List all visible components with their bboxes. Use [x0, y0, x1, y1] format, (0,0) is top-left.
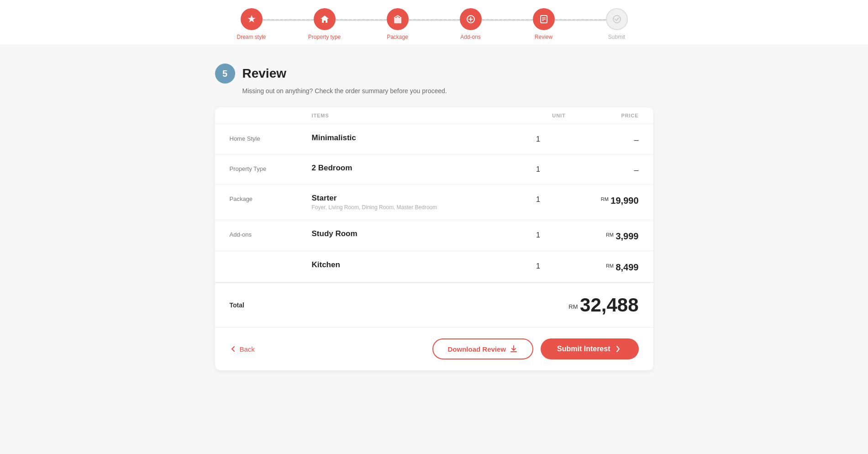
col-category: [230, 113, 312, 118]
stepper-label-dream-style: Dream style: [237, 34, 266, 40]
price-dash-property-type: –: [634, 165, 638, 174]
row-unit-package: 1: [511, 194, 566, 204]
stepper-circle-package: [387, 8, 409, 30]
stepper-review[interactable]: Review: [507, 8, 580, 40]
action-right: Download Review Submit Interest: [432, 338, 639, 359]
col-price: PRICE: [566, 113, 639, 118]
row-item-name: Study Room: [312, 229, 511, 238]
download-review-button[interactable]: Download Review: [432, 338, 534, 359]
page-title: Review: [242, 66, 287, 81]
price-value-study-room: 3,999: [615, 231, 638, 241]
stepper: Dream style Property type Package A: [0, 0, 868, 45]
stepper-property-type[interactable]: Property type: [288, 8, 361, 40]
stepper-package[interactable]: Package: [361, 8, 434, 40]
stepper-addons[interactable]: Add-ons: [434, 8, 507, 40]
row-unit-study-room: 1: [511, 229, 566, 239]
row-price-home-style: –: [566, 133, 639, 145]
row-unit-home-style: 1: [511, 133, 566, 143]
row-category-package: Package: [230, 194, 312, 202]
row-price-study-room: RM 3,999: [566, 229, 639, 242]
step-number: 5: [215, 63, 235, 84]
price-rm-kitchen: RM: [606, 263, 614, 269]
review-card: ITEMS UNIT PRICE Home Style Minimalistic…: [215, 107, 653, 370]
row-item-study-room: Study Room: [312, 229, 511, 238]
chevron-right-icon: [614, 345, 622, 353]
table-row: Add-ons Study Room 1 RM 3,999: [215, 220, 653, 251]
row-item-name: 2 Bedroom: [312, 164, 511, 173]
row-item-property-type: 2 Bedroom: [312, 164, 511, 173]
row-item-name: Kitchen: [312, 260, 511, 269]
submit-interest-button[interactable]: Submit Interest: [541, 338, 638, 359]
row-unit-kitchen: 1: [511, 260, 566, 270]
table-row: Kitchen 1 RM 8,499: [215, 251, 653, 282]
stepper-submit[interactable]: Submit: [580, 8, 653, 40]
price-value-kitchen: 8,499: [615, 262, 638, 272]
col-items: ITEMS: [312, 113, 511, 118]
stepper-dream-style[interactable]: Dream style: [215, 8, 288, 40]
row-item-package: Starter Foyer, Living Room, Dining Room,…: [312, 194, 511, 211]
price-value-package: 19,990: [610, 195, 638, 206]
row-unit-property-type: 1: [511, 164, 566, 174]
row-item-name: Minimalistic: [312, 133, 511, 143]
stepper-circle-property-type: [314, 8, 336, 30]
svg-point-0: [250, 18, 253, 21]
stepper-label-property-type: Property type: [308, 34, 341, 40]
table-header: ITEMS UNIT PRICE: [215, 107, 653, 124]
stepper-label-package: Package: [387, 34, 408, 40]
svg-point-9: [613, 16, 621, 23]
row-item-sub: Foyer, Living Room, Dining Room, Master …: [312, 204, 511, 211]
step-header: 5 Review: [215, 63, 653, 84]
stepper-circle-dream-style: [241, 8, 263, 30]
col-unit: UNIT: [511, 113, 566, 118]
stepper-label-submit: Submit: [608, 34, 625, 40]
row-price-kitchen: RM 8,499: [566, 260, 639, 273]
price-rm-study-room: RM: [606, 232, 614, 238]
price-dash-home-style: –: [634, 135, 638, 144]
action-row: Back Download Review Submit Interest: [215, 327, 653, 370]
back-button[interactable]: Back: [230, 345, 255, 353]
table-row: Home Style Minimalistic 1 –: [215, 124, 653, 154]
row-category-addons: Add-ons: [230, 229, 312, 238]
main-content: 5 Review Missing out on anything? Check …: [206, 45, 663, 389]
page-subtitle: Missing out on anything? Check the order…: [215, 87, 653, 95]
price-rm-package: RM: [601, 196, 609, 202]
stepper-label-review: Review: [535, 34, 552, 40]
stepper-circle-addons: [460, 8, 482, 30]
total-label: Total: [230, 301, 312, 309]
row-price-package: RM 19,990: [566, 194, 639, 206]
total-price: RM 32,488: [566, 294, 639, 316]
row-price-property-type: –: [566, 164, 639, 175]
total-value: 32,488: [580, 294, 638, 316]
svg-rect-1: [394, 18, 401, 23]
row-category-property-type: Property Type: [230, 164, 312, 172]
stepper-circle-submit: [606, 8, 628, 30]
total-rm: RM: [568, 303, 578, 310]
download-icon: [510, 345, 518, 353]
chevron-left-icon: [230, 345, 237, 353]
row-category-kitchen: [230, 260, 312, 262]
total-row: Total RM 32,488: [215, 282, 653, 327]
row-item-name: Starter: [312, 194, 511, 203]
row-category-home-style: Home Style: [230, 133, 312, 142]
stepper-label-addons: Add-ons: [460, 34, 481, 40]
row-item-kitchen: Kitchen: [312, 260, 511, 269]
table-row: Property Type 2 Bedroom 1 –: [215, 154, 653, 185]
table-row: Package Starter Foyer, Living Room, Dini…: [215, 185, 653, 220]
row-item-home-style: Minimalistic: [312, 133, 511, 143]
stepper-circle-review: [533, 8, 555, 30]
